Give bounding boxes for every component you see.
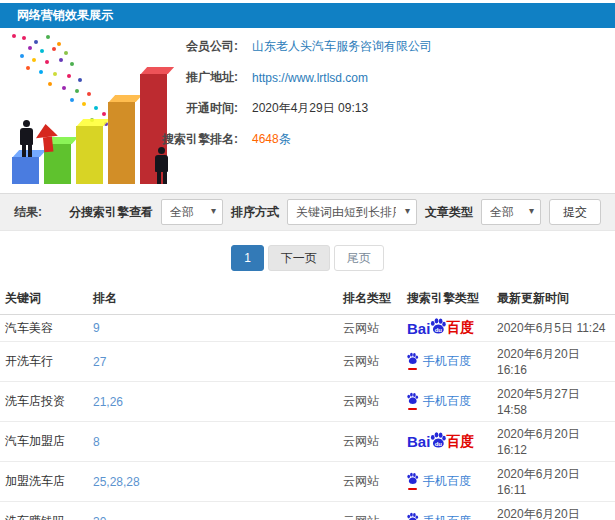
baidu-mobile-app-icon [407,354,418,370]
rank-type-cell: 云网站 [338,422,402,462]
rank-type-cell: 云网站 [338,342,402,382]
baidu-mobile-logo: 手机百度 [407,393,471,410]
article-select[interactable]: 全部 [481,199,541,225]
result-label: 结果: [14,204,42,221]
company-label: 会员公司: [0,38,238,55]
engine-filter-label: 分搜索引擎查看 [69,204,153,221]
updated-time-cell: 2020年6月20日 16:11 [492,462,615,502]
engine-type-cell: Baidu百度 [402,422,492,462]
baidu-mobile-app-icon [407,474,418,490]
rank-cell: 21,26 [88,382,338,422]
keyword-cell: 洗车店投资 [0,382,88,422]
table-row: 汽车加盟店 8 云网站 Baidu百度 2020年6月20日 16:12 [0,422,615,462]
promo-url-label: 推广地址: [0,69,238,86]
baidu-paw-icon [406,392,419,405]
rank-cell: 27 [88,342,338,382]
sort-select[interactable]: 关键词由短到长排序 [287,199,417,225]
info-row-url: 推广地址: https://www.lrtlsd.com [0,69,615,86]
page-title: 网络营销效果展示 [17,7,113,24]
promo-url-link[interactable]: https://www.lrtlsd.com [252,71,368,85]
baidu-mobile-app-icon [407,394,418,410]
baidu-logo-text-bai: Bai [407,433,430,450]
rank-count-unit: 条 [279,132,291,146]
engine-type-cell: 手机百度 [402,382,492,422]
rank-count-label: 搜索引擎排名: [0,131,238,148]
updated-time-cell: 2020年6月5日 11:24 [492,315,615,342]
keyword-cell: 洗车赚钱吗 [0,502,88,520]
info-row-rank-count: 搜索引擎排名: 4648条 [0,131,615,148]
col-header-rank: 排名 [88,283,338,315]
keyword-cell: 汽车美容 [0,315,88,342]
rankings-table: 关键词 排名 排名类型 搜索引擎类型 最新更新时间 汽车美容 9 云网站 Bai… [0,283,615,520]
baidu-logo-text-bai: Bai [407,320,430,337]
baidu-mobile-logo: 手机百度 [407,513,471,520]
sort-filter-label: 排序方式 [231,204,279,221]
table-row: 汽车美容 9 云网站 Baidu百度 2020年6月5日 11:24 [0,315,615,342]
last-page-button[interactable]: 尾页 [334,245,384,271]
svg-text:du: du [435,440,443,446]
baidu-logo-text-baidu: 百度 [446,319,474,337]
rank-type-cell: 云网站 [338,502,402,520]
baidu-paw-icon [406,352,419,365]
baidu-pc-logo: Baidu百度 [407,433,474,451]
sort-select-wrapper: 关键词由短到长排序 [287,199,417,225]
table-row: 洗车店投资 21,26 云网站 手机百度 2020年5月27日 14:58 [0,382,615,422]
engine-type-cell: 手机百度 [402,342,492,382]
baidu-mobile-redbar-icon [408,488,417,490]
baidu-logo-text-baidu: 百度 [446,433,474,451]
engine-type-cell: 手机百度 [402,462,492,502]
svg-text:du: du [435,327,443,333]
baidu-mobile-label: 手机百度 [423,393,471,410]
baidu-paw-icon: du [429,317,447,335]
keyword-cell: 加盟洗车店 [0,462,88,502]
baidu-paw-icon [406,472,419,485]
info-row-open-time: 开通时间: 2020年4月29日 09:13 [0,100,615,117]
updated-time-cell: 2020年5月27日 14:58 [492,382,615,422]
open-time-value: 2020年4月29日 09:13 [252,100,368,117]
table-row: 开洗车行 27 云网站 手机百度 2020年6月20日 16:16 [0,342,615,382]
baidu-mobile-logo: 手机百度 [407,473,471,490]
col-header-rank-type: 排名类型 [338,283,402,315]
rank-type-cell: 云网站 [338,462,402,502]
baidu-mobile-label: 手机百度 [423,353,471,370]
updated-time-cell: 2020年6月20日 16:16 [492,342,615,382]
engine-type-cell: Baidu百度 [402,315,492,342]
submit-button[interactable]: 提交 [549,199,601,225]
rank-cell: 8 [88,422,338,462]
open-time-label: 开通时间: [0,100,238,117]
filter-bar: 结果: 分搜索引擎查看 全部 排序方式 关键词由短到长排序 文章类型 全部 提交 [0,193,615,231]
page-button-1[interactable]: 1 [231,245,264,271]
table-header: 关键词 排名 排名类型 搜索引擎类型 最新更新时间 [0,283,615,315]
page: 网络营销效果展示 [0,0,615,520]
rank-count-value: 4648条 [252,131,291,148]
baidu-mobile-redbar-icon [408,408,417,410]
pagination: 1 下一页 尾页 [0,245,615,271]
info-section: 会员公司: 山东老人头汽车服务咨询有限公司 推广地址: https://www.… [0,28,615,193]
baidu-mobile-app-icon [407,514,418,520]
engine-select-wrapper: 全部 [161,199,223,225]
keyword-cell: 开洗车行 [0,342,88,382]
app-header: 网络营销效果展示 [0,3,615,28]
baidu-mobile-label: 手机百度 [423,473,471,490]
company-link[interactable]: 山东老人头汽车服务咨询有限公司 [252,38,432,55]
rank-cell: 9 [88,315,338,342]
keyword-cell: 汽车加盟店 [0,422,88,462]
member-info-fields: 会员公司: 山东老人头汽车服务咨询有限公司 推广地址: https://www.… [0,38,615,162]
rank-type-cell: 云网站 [338,315,402,342]
next-page-button[interactable]: 下一页 [268,245,330,271]
updated-time-cell: 2020年6月20日 16:12 [492,502,615,520]
baidu-paw-icon: du [429,431,447,449]
article-type-label: 文章类型 [425,204,473,221]
engine-select[interactable]: 全部 [161,199,223,225]
article-select-wrapper: 全部 [481,199,541,225]
rank-cell: 25,28,28 [88,462,338,502]
baidu-mobile-label: 手机百度 [423,513,471,520]
baidu-mobile-redbar-icon [408,368,417,370]
engine-type-cell: 手机百度 [402,502,492,520]
table-row: 洗车赚钱吗 30 云网站 手机百度 2020年6月20日 16:12 [0,502,615,520]
table-row: 加盟洗车店 25,28,28 云网站 手机百度 2020年6月20日 16:11 [0,462,615,502]
rank-cell: 30 [88,502,338,520]
updated-time-cell: 2020年6月20日 16:12 [492,422,615,462]
baidu-mobile-logo: 手机百度 [407,353,471,370]
col-header-engine-type: 搜索引擎类型 [402,283,492,315]
